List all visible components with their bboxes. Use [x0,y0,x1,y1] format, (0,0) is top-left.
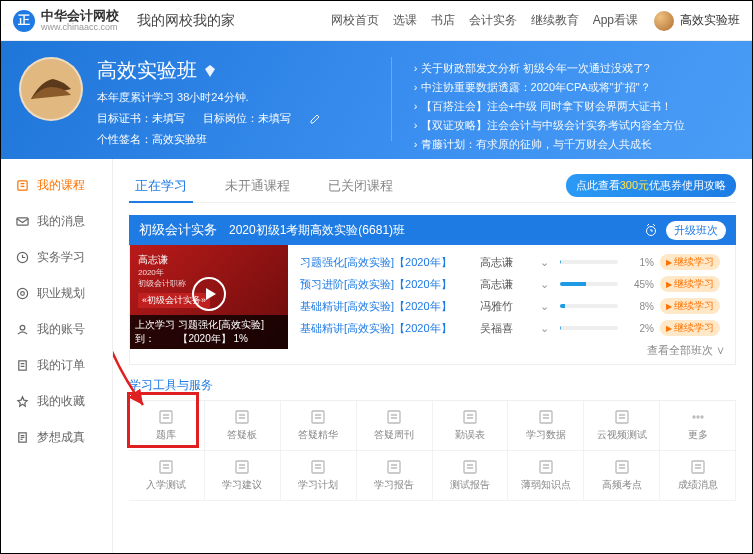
avatar-icon [654,11,674,31]
upgrade-button[interactable]: 升级班次 [666,221,726,240]
sidebar-item-label: 职业规划 [37,285,85,302]
nav-practice[interactable]: 会计实务 [469,12,517,29]
news-item[interactable]: 中注协重要数据透露：2020年CPA或将"扩招"？ [414,80,734,95]
tool-7[interactable]: 更多 [660,401,736,451]
sidebar-item-user[interactable]: 我的账号 [1,311,112,347]
news-item[interactable]: 青藤计划：有求原的征帅，与千万财会人共成长 [414,137,734,152]
course-tabs: 正在学习 未开通课程 已关闭课程 点此查看300元优惠券使用攻略 [129,169,736,203]
tab-studying[interactable]: 正在学习 [129,169,193,203]
nav-continue-edu[interactable]: 继续教育 [531,12,579,29]
continue-button[interactable]: 继续学习 [660,298,720,314]
user-icon [15,322,29,336]
tool-5[interactable]: 学习数据 [508,401,584,451]
profile-avatar[interactable] [19,57,83,121]
lesson-link[interactable]: 基础精讲[高效实验]【2020年】 [300,299,480,314]
tool-11[interactable]: 学习报告 [357,451,433,501]
chevron-down-icon[interactable]: ⌄ [540,300,554,313]
lesson-link[interactable]: 预习进阶[高效实验]【2020年】 [300,277,480,292]
brand-logo[interactable]: 正 中华会计网校 www.chinaacc.com [13,9,119,32]
progress-bar [560,304,618,308]
svg-rect-22 [388,461,400,473]
svg-point-16 [693,416,695,418]
svg-rect-6 [18,360,25,369]
lesson-list: 习题强化[高效实验]【2020年】高志谦⌄1%继续学习预习进阶[高效实验]【20… [288,245,735,341]
sidebar-item-label: 梦想成真 [37,429,85,446]
svg-point-5 [20,325,25,330]
logo-icon: 正 [13,10,35,32]
tool-3[interactable]: 答疑周刊 [357,401,433,451]
tool-1[interactable]: 答疑板 [205,401,281,451]
svg-rect-12 [388,411,400,423]
tool-10[interactable]: 学习计划 [281,451,357,501]
sidebar-item-label: 我的课程 [37,177,85,194]
sidebar-item-star[interactable]: 我的收藏 [1,383,112,419]
profile-title: 高效实验班 [97,57,321,84]
tool-label: 学习建议 [222,478,262,492]
svg-rect-23 [464,461,476,473]
show-more-link[interactable]: 查看全部班次 ∨ [288,341,735,364]
alarm-icon[interactable] [644,223,658,237]
sidebar-item-book[interactable]: 我的课程 [1,167,112,203]
tool-9[interactable]: 学习建议 [205,451,281,501]
promo-pill[interactable]: 点此查看300元优惠券使用攻略 [566,174,736,197]
class-name: 2020初级1考期高效实验(6681)班 [229,222,405,239]
tool-label: 入学测试 [146,478,186,492]
sidebar-item-order[interactable]: 我的订单 [1,347,112,383]
chevron-down-icon[interactable]: ⌄ [540,278,554,291]
news-item[interactable]: 【双证攻略】注会会计与中级会计实务考试内容全方位 [414,118,734,133]
book-icon [15,178,29,192]
svg-rect-26 [692,461,704,473]
tool-13[interactable]: 薄弱知识点 [508,451,584,501]
tool-8[interactable]: 入学测试 [129,451,205,501]
tool-2[interactable]: 答疑精华 [281,401,357,451]
sidebar-item-target[interactable]: 职业规划 [1,275,112,311]
news-item[interactable]: 【百搭注会】注会+中级 同时拿下财会界两大证书！ [414,99,734,114]
lesson-teacher: 冯雅竹 [480,299,540,314]
svg-rect-20 [236,461,248,473]
progress-pct: 1% [624,257,654,268]
username: 高效实验班 [680,12,740,29]
order-icon [15,358,29,372]
continue-button[interactable]: 继续学习 [660,254,720,270]
nav-app[interactable]: App看课 [593,12,638,29]
tool-14[interactable]: 高频考点 [584,451,660,501]
tool-15[interactable]: 成绩消息 [660,451,736,501]
edit-icon[interactable] [309,113,321,125]
sidebar-item-mail[interactable]: 我的消息 [1,203,112,239]
tool-12[interactable]: 测试报告 [433,451,509,501]
star-icon [15,394,29,408]
tool-label: 勤误表 [455,428,485,442]
lesson-link[interactable]: 基础精讲[高效实验]【2020年】 [300,321,480,336]
continue-button[interactable]: 继续学习 [660,276,720,292]
lesson-teacher: 高志谦 [480,277,540,292]
tab-not-open[interactable]: 未开通课程 [219,169,296,203]
news-item[interactable]: 关于财政部发文分析 初级今年一次通过没戏了? [414,61,734,76]
nav-home[interactable]: 网校首页 [331,12,379,29]
play-icon[interactable] [192,277,226,311]
svg-rect-13 [464,411,476,423]
chevron-down-icon[interactable]: ⌄ [540,322,554,335]
nav-bookstore[interactable]: 书店 [431,12,455,29]
svg-rect-19 [160,461,172,473]
tab-closed[interactable]: 已关闭课程 [322,169,399,203]
tool-0[interactable]: 题库 [129,401,205,451]
top-bar: 正 中华会计网校 www.chinaacc.com 我的网校我的家 网校首页 选… [1,1,752,41]
video-thumbnail[interactable]: 高志谦 2020年初级会计职称 «初级会计实务» 上次学习到：习题强化[高效实验… [130,245,288,349]
tool-6[interactable]: 云视频测试 [584,401,660,451]
progress-pct: 45% [624,279,654,290]
continue-button[interactable]: 继续学习 [660,320,720,336]
lesson-row: 基础精讲[高效实验]【2020年】吴福喜⌄2%继续学习 [300,317,727,339]
lesson-link[interactable]: 习题强化[高效实验]【2020年】 [300,255,480,270]
sidebar-item-note[interactable]: 梦想成真 [1,419,112,455]
note-icon [15,430,29,444]
course-body: 高志谦 2020年初级会计职称 «初级会计实务» 上次学习到：习题强化[高效实验… [129,245,736,365]
mail-icon [15,214,29,228]
sidebar-item-clock[interactable]: 实务学习 [1,239,112,275]
course-title: 初级会计实务 [139,221,217,239]
chevron-down-icon[interactable]: ⌄ [540,256,554,269]
lesson-row: 习题强化[高效实验]【2020年】高志谦⌄1%继续学习 [300,251,727,273]
user-menu[interactable]: 高效实验班 [654,11,740,31]
nav-courses[interactable]: 选课 [393,12,417,29]
tool-4[interactable]: 勤误表 [433,401,509,451]
main-content: 正在学习 未开通课程 已关闭课程 点此查看300元优惠券使用攻略 初级会计实务 … [113,159,752,554]
